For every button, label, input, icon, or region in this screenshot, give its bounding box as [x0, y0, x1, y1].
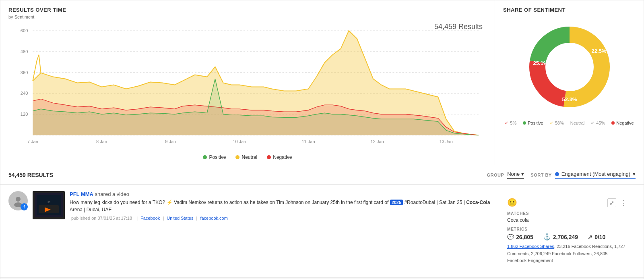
sortby-value: Engagement (Most engaging) [561, 171, 630, 177]
post-action: shared a video [95, 191, 129, 197]
chart-svg-area: .grid-line { stroke: #ddd; stroke-dashar… [8, 23, 487, 151]
sentiment-emoji: 😐 [507, 198, 517, 207]
chevron-down-icon-2: ▾ [633, 171, 636, 177]
svg-text:11 Jan: 11 Jan [301, 139, 315, 144]
donut-chart: 52.3% 25.1% 22.5% [521, 19, 618, 115]
post-content: PFL MMA shared a video How many leg kick… [70, 191, 494, 271]
svg-text:7 Jan: 7 Jan [27, 139, 38, 144]
sentiment-panel: SHARE OF SENTIMENT [495, 0, 644, 165]
sortby-control: SORT BY Engagement (Most engaging) ▾ [530, 171, 636, 179]
svg-text:9 Jan: 9 Jan [165, 139, 176, 144]
metric-detail: 1,862 Facebook Shares, 23,216 Facebook R… [507, 243, 627, 264]
post-actions: ⤢ ⋮ [607, 198, 627, 207]
legend-neutral-label: Neutral [242, 154, 257, 160]
matches-value: Coca cola [507, 217, 627, 223]
chart-title: RESULTS OVER TIME [8, 7, 487, 13]
donut-legend: ↙ 5% Positive ↙ 58% Neutral [505, 120, 634, 125]
comments-value: 26,805 [516, 234, 533, 240]
metrics-row: 💬 26,805 ⚓ 2,706,249 ↗ 0/10 [507, 233, 627, 241]
legend-negative-label: Negative [273, 154, 292, 160]
legend-neg: Negative [611, 120, 634, 125]
video-thumbnail-icon: JJ [35, 193, 63, 217]
country-link[interactable]: United States [167, 216, 193, 221]
chevron-down-icon: ▾ [521, 171, 524, 177]
reach-value: 2,706,249 [553, 234, 578, 240]
comments-icon: 💬 [507, 234, 514, 240]
post-text: How many leg kicks do you need for a TKO… [70, 199, 494, 213]
svg-text:8 Jan: 8 Jan [96, 139, 107, 144]
results-controls: GROUP None ▾ SORT BY Engagement (Most en… [487, 171, 636, 179]
legend-positive-label: Positive [209, 154, 226, 160]
group-control: GROUP None ▾ [487, 171, 524, 179]
results-over-time-panel: RESULTS OVER TIME by Sentiment 54,459 Re… [0, 0, 495, 165]
avatar: f [8, 191, 28, 210]
matches-label: MATCHES [507, 211, 627, 216]
chart-legend: Positive Neutral Negative [8, 154, 487, 160]
svg-text:480: 480 [21, 49, 28, 54]
svg-text:12 Jan: 12 Jan [371, 139, 384, 144]
domain-link[interactable]: facebook.com [200, 216, 227, 221]
positive-dot [203, 155, 207, 159]
post-thumbnail: JJ [33, 191, 65, 219]
post-card: f JJ PFL MMA shared a video [0, 185, 644, 278]
comments-metric: 💬 26,805 [507, 233, 533, 241]
neutral-dot [235, 155, 239, 159]
legend-neg-pct: ↙ 5% [505, 120, 516, 125]
year-badge: 2025 [390, 200, 403, 205]
svg-text:600: 600 [21, 28, 28, 33]
reach-metric: ⚓ 2,706,249 [543, 233, 578, 241]
negative-dot [267, 155, 271, 159]
svg-text:25.1%: 25.1% [533, 60, 548, 66]
score-icon: ↗ [588, 234, 592, 240]
facebook-badge: f [21, 203, 28, 210]
time-series-chart: .grid-line { stroke: #ddd; stroke-dashar… [8, 23, 487, 151]
group-select[interactable]: None ▾ [507, 171, 524, 179]
reach-icon: ⚓ [543, 233, 551, 241]
post-author: PFL MMA shared a video [70, 191, 494, 197]
svg-text:10 Jan: 10 Jan [233, 139, 246, 144]
sortby-select[interactable]: Engagement (Most engaging) ▾ [555, 171, 636, 179]
svg-text:22.5%: 22.5% [591, 48, 606, 54]
svg-text:120: 120 [21, 112, 28, 117]
donut-chart-container: 52.3% 25.1% 22.5% ↙ 5% Positive [503, 19, 636, 125]
legend-neutral: Neutral [235, 154, 257, 160]
svg-text:JJ: JJ [47, 200, 50, 204]
sentiment-title: SHARE OF SENTIMENT [503, 7, 566, 13]
score-value: 0/10 [594, 234, 605, 240]
sortby-label: SORT BY [530, 173, 551, 177]
svg-text:240: 240 [21, 91, 28, 96]
svg-text:52.3%: 52.3% [562, 96, 577, 102]
svg-point-25 [546, 44, 593, 90]
expand-icon[interactable]: ⤢ [607, 198, 616, 207]
legend-negative: Negative [267, 154, 292, 160]
svg-text:13 Jan: 13 Jan [440, 139, 453, 144]
published-date: published on 07/01/25 at 17:18 [71, 216, 132, 221]
legend-pos: Positive [523, 120, 543, 125]
more-options-icon[interactable]: ⋮ [620, 198, 627, 207]
engagement-dot [555, 172, 559, 176]
metrics-section: METRICS 💬 26,805 ⚓ 2,706,249 ↗ 0/10 [507, 227, 627, 264]
post-meta: published on 07/01/25 at 17:18 | Faceboo… [70, 216, 494, 221]
platform-link[interactable]: Facebook [140, 216, 160, 221]
svg-point-29 [16, 197, 21, 202]
svg-text:360: 360 [21, 70, 28, 75]
results-title: 54,459 RESULTS [8, 172, 53, 178]
group-label: GROUP [487, 173, 504, 177]
results-panel: 54,459 RESULTS GROUP None ▾ SORT BY Enga… [0, 165, 644, 279]
metrics-label: METRICS [507, 227, 627, 231]
fb-shares-link[interactable]: 1,862 Facebook Shares [507, 244, 554, 249]
chart-subtitle: by Sentiment [8, 15, 487, 19]
results-header: 54,459 RESULTS GROUP None ▾ SORT BY Enga… [0, 165, 644, 185]
legend-positive: Positive [203, 154, 226, 160]
matches-section: MATCHES Coca cola [507, 211, 627, 223]
legend-neutral-pct: ↙ 58% [550, 120, 564, 125]
score-metric: ↗ 0/10 [588, 233, 605, 241]
legend-neutral: Neutral [570, 120, 584, 125]
group-value: None [507, 171, 520, 177]
author-name: PFL MMA [70, 191, 93, 197]
post-right-panel: 😐 ⤢ ⋮ MATCHES Coca cola METRICS 💬 [499, 191, 636, 271]
legend-45-pct: ↙ 45% [591, 120, 605, 125]
